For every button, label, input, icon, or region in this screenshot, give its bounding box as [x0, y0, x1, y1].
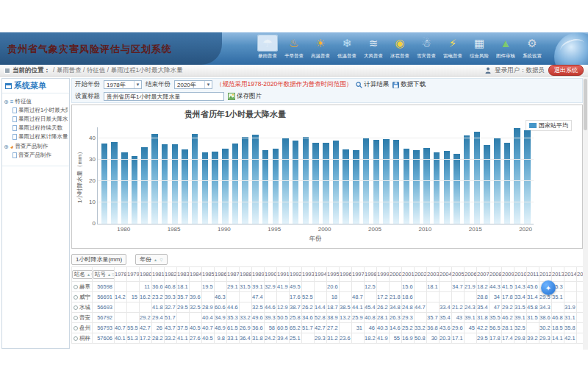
year-column-header[interactable]: 1981 [152, 267, 165, 282]
year-column-header[interactable]: 2001 [402, 267, 415, 282]
year-column-header[interactable]: 1999 [377, 267, 390, 282]
year-column-header[interactable]: 1996 [340, 267, 352, 282]
year-column-header[interactable]: 1993 [302, 267, 315, 282]
bar-2018[interactable] [504, 143, 510, 224]
bar-1995[interactable] [273, 149, 279, 224]
station-id-header-chip[interactable]: 站号▲▽ [93, 270, 115, 279]
bar-2015[interactable] [474, 132, 480, 224]
nav-item-system-settings[interactable]: ⚙系统设置 [519, 35, 545, 60]
year-column-header[interactable]: 2014 [564, 267, 577, 282]
bar-2013[interactable] [453, 154, 459, 224]
nav-item-high-temp-survey[interactable]: ☀高温普查 [307, 35, 334, 60]
year-column-header[interactable]: 1991 [277, 267, 290, 282]
bar-1991[interactable] [232, 144, 238, 224]
chart-title-input[interactable] [104, 92, 224, 101]
bar-1999[interactable] [312, 143, 318, 224]
bar-2003[interactable] [353, 150, 359, 224]
bar-1988[interactable] [202, 152, 208, 224]
scrollbar-thumb[interactable] [584, 79, 587, 130]
year-column-header[interactable]: 1980 [140, 267, 152, 282]
bar-2020[interactable] [524, 130, 530, 224]
tree-item[interactable]: 暴雨过程1小时最大降水量 [12, 107, 68, 114]
year-column-header[interactable]: 1995 [327, 267, 340, 282]
tree-toggle-icon[interactable]: ⊕ [4, 99, 9, 105]
year-sort-chip[interactable]: 年份 ▲ ▽ [135, 254, 168, 265]
tree-item[interactable]: 暴雨过程累计降水量 [12, 133, 68, 141]
nav-item-rainstorm-survey[interactable]: ☂暴雨普查 [254, 35, 281, 60]
year-column-header[interactable]: 2006 [465, 267, 477, 282]
bar-2007[interactable] [393, 140, 399, 224]
row-radio[interactable] [74, 295, 78, 300]
tree-item[interactable]: 暴雨过程持续天数 [12, 124, 68, 132]
year-column-header[interactable]: 2013 [552, 267, 564, 282]
bar-1983[interactable] [151, 134, 157, 224]
year-column-header[interactable]: 1997 [352, 267, 365, 282]
year-column-header[interactable]: 2004 [440, 267, 452, 282]
bar-1994[interactable] [262, 150, 268, 224]
bar-2016[interactable] [484, 145, 490, 224]
row-radio[interactable] [74, 336, 78, 341]
bar-1979[interactable] [111, 142, 117, 224]
nav-item-snow-survey[interactable]: ☃雪灾普查 [413, 35, 440, 60]
calc-result-button[interactable]: 计算结果 [356, 80, 389, 89]
year-column-header[interactable]: 2002 [415, 267, 427, 282]
year-column-header[interactable]: 2003 [427, 267, 440, 282]
nav-item-lightning-survey[interactable]: ⚡雷电普查 [440, 35, 466, 60]
bar-2001[interactable] [333, 141, 339, 224]
year-column-header[interactable]: 1989 [252, 267, 265, 282]
year-column-header[interactable]: 1992 [290, 267, 302, 282]
year-column-header[interactable]: 1985 [202, 267, 215, 282]
data-download-button[interactable]: 数据下载 [392, 80, 426, 89]
year-column-header[interactable]: 1988 [240, 267, 252, 282]
year-column-header[interactable]: 1994 [315, 267, 327, 282]
year-column-header[interactable]: 1990 [265, 267, 277, 282]
logout-button[interactable]: 退出系统 [548, 65, 584, 76]
station-id-header[interactable]: 站号▲▽ [93, 267, 115, 282]
year-column-header[interactable]: 1978 [115, 267, 127, 282]
bar-1989[interactable] [212, 152, 218, 224]
year-column-header[interactable]: 2012 [539, 267, 552, 282]
year-column-header[interactable]: 1998 [365, 267, 377, 282]
tree-group[interactable]: ⊕◕普查产品制作 [4, 143, 68, 150]
year-column-header[interactable]: 2000 [390, 267, 402, 282]
bar-1985[interactable] [172, 144, 178, 224]
year-column-header[interactable]: 1984 [190, 267, 202, 282]
value-field-chip[interactable]: 1小时降水量(mm) [71, 254, 126, 265]
bar-2002[interactable] [343, 149, 348, 224]
station-name-header-chip[interactable]: 站名▲▽ [72, 270, 93, 279]
bar-1980[interactable] [121, 152, 127, 224]
row-radio[interactable] [74, 305, 78, 310]
start-year-select[interactable]: 1978年 ▼ [104, 80, 142, 89]
row-radio[interactable] [74, 326, 78, 330]
year-column-header[interactable]: 1979 [127, 267, 140, 282]
bar-1990[interactable] [222, 149, 228, 224]
tree-group[interactable]: ⊕≡特征值 [4, 98, 68, 105]
end-year-select[interactable]: 2020年 ▼ [174, 80, 212, 89]
bar-1997[interactable] [293, 141, 298, 224]
year-column-header[interactable]: 2009 [502, 267, 514, 282]
bar-2000[interactable] [323, 143, 329, 224]
nav-item-low-temp-survey[interactable]: ❄低温普查 [334, 35, 360, 60]
station-name-header[interactable]: 站名▲▽ [72, 267, 93, 282]
bar-2012[interactable] [444, 151, 450, 224]
bar-2019[interactable] [514, 128, 520, 224]
nav-item-comprehensive-risk[interactable]: ▦综合风险 [466, 35, 492, 60]
bar-2005[interactable] [373, 140, 379, 224]
sort-arrows-icon[interactable]: ▲▽ [107, 272, 115, 277]
year-column-header[interactable]: 2010 [514, 267, 527, 282]
year-column-header[interactable]: 2011 [527, 267, 539, 282]
bar-2008[interactable] [404, 149, 409, 224]
year-column-header[interactable]: 2015 [577, 267, 584, 282]
row-radio[interactable] [74, 316, 78, 320]
year-column-header[interactable]: 2005 [452, 267, 465, 282]
year-column-header[interactable]: 1987 [227, 267, 240, 282]
sort-arrows-icon[interactable]: ▲▽ [87, 272, 93, 277]
year-column-header[interactable]: 2007 [477, 267, 490, 282]
bar-2009[interactable] [413, 150, 419, 224]
bar-1986[interactable] [182, 149, 187, 224]
bar-2011[interactable] [434, 152, 440, 224]
nav-item-wind-survey[interactable]: ≋大风普查 [360, 35, 387, 60]
bar-2006[interactable] [383, 139, 389, 224]
sort-arrows-icon[interactable]: ▲ ▽ [154, 258, 163, 262]
bar-1987[interactable] [192, 134, 198, 224]
